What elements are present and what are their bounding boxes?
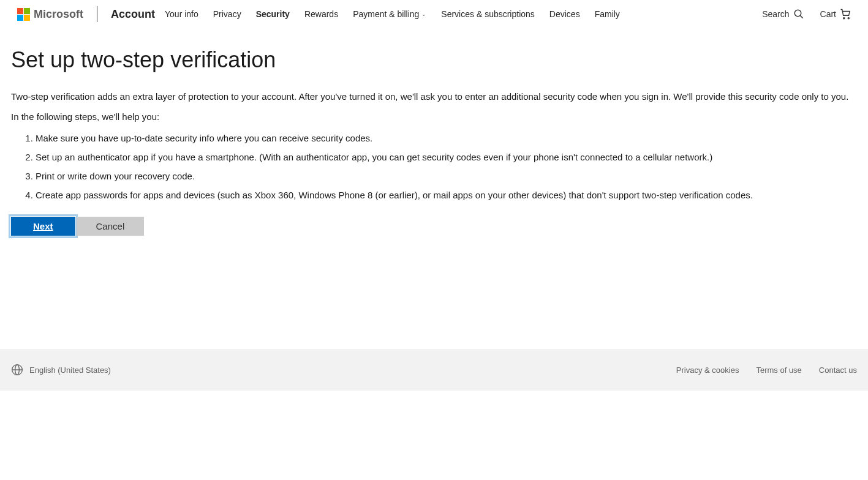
footer-privacy-link[interactable]: Privacy & cookies: [676, 366, 739, 375]
nav-payment-billing[interactable]: Payment & billing ⌄: [353, 9, 426, 19]
cart-icon: [840, 9, 851, 20]
svg-point-0: [794, 10, 801, 17]
cart-label: Cart: [820, 9, 836, 19]
chevron-down-icon: ⌄: [421, 11, 426, 17]
nav-your-info[interactable]: Your info: [165, 9, 198, 19]
step-item: Make sure you have up-to-date security i…: [36, 132, 857, 144]
microsoft-brand-text: Microsoft: [34, 8, 83, 21]
svg-point-2: [843, 18, 845, 19]
microsoft-logo[interactable]: Microsoft: [17, 8, 83, 21]
nav-family[interactable]: Family: [595, 9, 620, 19]
cart-button[interactable]: Cart: [820, 9, 851, 20]
subintro-text: In the following steps, we'll help you:: [11, 111, 857, 122]
step-item: Create app passwords for apps and device…: [36, 189, 857, 201]
page-title: Set up two-step verification: [11, 47, 857, 73]
footer-contact-link[interactable]: Contact us: [819, 366, 857, 375]
nav-security[interactable]: Security: [256, 9, 290, 19]
microsoft-logo-icon: [17, 8, 30, 21]
search-button[interactable]: Search: [762, 9, 804, 20]
header: Microsoft Account Your info Privacy Secu…: [0, 0, 868, 29]
globe-icon: [11, 364, 23, 376]
language-label: English (United States): [29, 366, 111, 375]
search-label: Search: [762, 9, 789, 19]
next-button[interactable]: Next: [11, 217, 75, 236]
nav-devices[interactable]: Devices: [549, 9, 580, 19]
step-item: Print or write down your recovery code.: [36, 170, 857, 182]
search-icon: [793, 9, 804, 20]
step-item: Set up an authenticator app if you have …: [36, 151, 857, 163]
footer: English (United States) Privacy & cookie…: [0, 349, 868, 391]
intro-text: Two-step verification adds an extra laye…: [11, 91, 857, 102]
footer-links: Privacy & cookies Terms of use Contact u…: [676, 366, 857, 375]
section-title[interactable]: Account: [111, 8, 155, 21]
cancel-button[interactable]: Cancel: [77, 217, 145, 236]
nav-payment-label: Payment & billing: [353, 9, 419, 19]
svg-line-1: [800, 15, 803, 18]
nav-privacy[interactable]: Privacy: [213, 9, 241, 19]
language-selector[interactable]: English (United States): [11, 364, 111, 376]
nav-services-subscriptions[interactable]: Services & subscriptions: [441, 9, 535, 19]
footer-terms-link[interactable]: Terms of use: [756, 366, 801, 375]
button-row: Next Cancel: [11, 217, 857, 236]
nav-rewards[interactable]: Rewards: [304, 9, 338, 19]
header-divider: [97, 6, 97, 22]
steps-list: Make sure you have up-to-date security i…: [11, 132, 857, 201]
header-right: Search Cart: [762, 9, 851, 20]
svg-point-3: [848, 18, 849, 19]
primary-nav: Your info Privacy Security Rewards Payme…: [165, 9, 620, 19]
main-content: Set up two-step verification Two-step ve…: [0, 29, 868, 266]
